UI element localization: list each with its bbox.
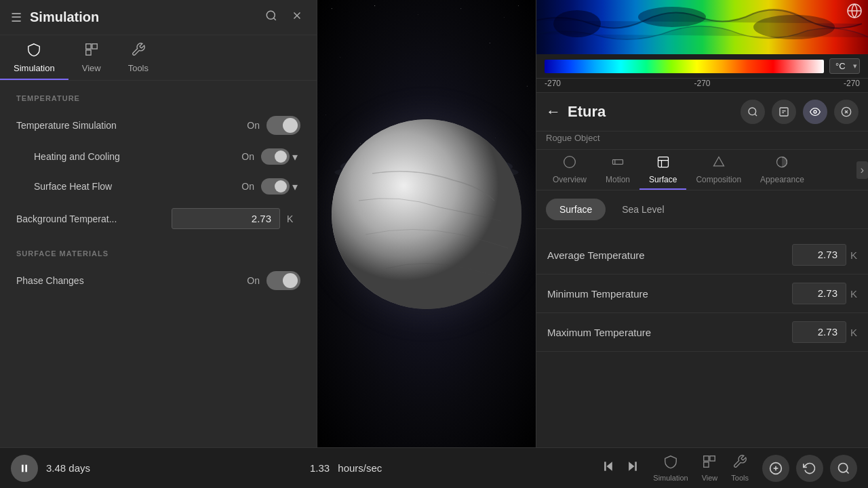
colorbar-max: -270: [844, 79, 860, 88]
search-icon[interactable]: [262, 7, 280, 28]
speed-value: 1.33: [310, 462, 330, 474]
nav-tabs: Simulation View Tools: [0, 35, 317, 81]
composition-tab-icon: [712, 155, 726, 172]
svg-point-17: [527, 86, 528, 87]
heating-cooling-toggle[interactable]: [261, 148, 290, 165]
search-object-button[interactable]: [741, 100, 765, 124]
bottom-nav-simulation[interactable]: Simulation: [653, 454, 688, 482]
left-panel: ☰ Simulation Simulation: [0, 0, 317, 447]
svg-point-27: [753, 15, 835, 39]
colorbar-min: -270: [545, 79, 561, 88]
svg-point-11: [460, 8, 461, 9]
play-pause-button[interactable]: [11, 455, 38, 482]
close-object-button[interactable]: [834, 100, 859, 124]
svg-rect-50: [704, 456, 709, 461]
rewind-button[interactable]: [601, 460, 615, 476]
speed-display: 1.33 hours/sec: [104, 462, 588, 474]
surface-materials-label: SURFACE MATERIALS: [0, 236, 317, 264]
tab-scroll-right[interactable]: ›: [856, 161, 868, 179]
svg-marker-48: [629, 462, 634, 470]
add-tool-button[interactable]: [762, 455, 789, 482]
tools-tab-icon: [131, 42, 146, 60]
object-tabs: Overview Motion Surface: [536, 150, 868, 190]
tab-composition[interactable]: Composition: [686, 150, 751, 190]
svg-point-15: [490, 43, 490, 43]
min-temp-unit: K: [850, 288, 857, 300]
bottom-nav: Simulation View Tools: [653, 454, 749, 482]
svg-rect-47: [604, 462, 606, 470]
bottom-nav-view[interactable]: View: [702, 454, 718, 482]
menu-icon[interactable]: ☰: [11, 10, 22, 25]
fast-forward-button[interactable]: [626, 460, 639, 476]
average-temp-row: Average Temperature 2.73 K: [536, 236, 868, 274]
info-button[interactable]: [772, 100, 796, 124]
transport-controls: [601, 460, 639, 476]
bottom-nav-tools[interactable]: Tools: [731, 454, 749, 482]
search-tool-button[interactable]: [830, 455, 857, 482]
average-temp-value: 2.73: [818, 249, 837, 260]
average-temp-label: Average Temperature: [547, 249, 792, 261]
svg-point-26: [638, 7, 706, 27]
svg-rect-41: [658, 157, 668, 167]
planet-surface: [332, 119, 521, 309]
tab-simulation[interactable]: Simulation: [0, 35, 68, 80]
background-temp-unit: K: [287, 214, 300, 224]
tab-overview[interactable]: Overview: [543, 150, 596, 190]
phase-changes-value: On: [247, 275, 260, 286]
temp-unit-select[interactable]: °C K °F: [829, 58, 860, 74]
svg-point-38: [564, 157, 576, 168]
max-temp-row: Maximum Temperature 2.73 K: [536, 313, 868, 352]
svg-rect-39: [613, 160, 623, 165]
colorbar-labels: -270 -270 -270: [536, 79, 868, 93]
sub-tab-sea-level[interactable]: Sea Level: [608, 199, 677, 220]
tab-view[interactable]: View: [68, 35, 115, 80]
back-button[interactable]: ←: [546, 103, 561, 121]
svg-marker-42: [713, 157, 724, 166]
svg-rect-51: [710, 456, 715, 461]
sub-tab-surface[interactable]: Surface: [546, 199, 606, 220]
svg-line-57: [846, 470, 849, 473]
svg-point-56: [839, 463, 848, 472]
rotate-tool-button[interactable]: [796, 455, 823, 482]
viewport[interactable]: [317, 0, 536, 447]
max-temp-value: 2.73: [818, 326, 837, 338]
average-temp-value-box: 2.73: [792, 244, 846, 266]
heating-cooling-value: On: [241, 151, 254, 162]
eye-button[interactable]: [803, 100, 827, 124]
object-type: Rogue Object: [546, 133, 600, 143]
svg-rect-31: [780, 108, 788, 116]
simulation-tab-icon: [26, 42, 41, 60]
object-type-row: Rogue Object: [536, 131, 868, 150]
tools-tab-label: Tools: [128, 63, 149, 73]
time-display: 3.48 days: [46, 462, 90, 474]
svg-point-34: [814, 110, 816, 113]
object-name: Etura: [568, 103, 734, 121]
min-temp-row: Minimum Temperature 2.73 K: [536, 274, 868, 313]
simulation-tab-label: Simulation: [14, 63, 55, 73]
surface-heat-flow-toggle[interactable]: [261, 178, 290, 195]
surface-heat-flow-chevron[interactable]: ▾: [290, 180, 300, 193]
heating-cooling-chevron[interactable]: ▾: [290, 150, 300, 163]
temperature-simulation-toggle[interactable]: [267, 116, 300, 135]
colorbar: [545, 60, 824, 73]
tab-appearance[interactable]: Appearance: [751, 150, 814, 190]
tab-tools[interactable]: Tools: [115, 35, 162, 80]
bottom-right-tools: [762, 455, 857, 482]
bottom-simulation-icon: [663, 454, 678, 472]
average-temp-unit: K: [850, 249, 857, 261]
tab-motion[interactable]: Motion: [596, 150, 639, 190]
temperature-section-label: TEMPERATURE: [0, 81, 317, 109]
svg-point-25: [553, 10, 601, 37]
heat-map: [536, 0, 868, 54]
background-temp-input[interactable]: [172, 208, 280, 229]
view-tab-label: View: [82, 63, 101, 73]
bottom-view-icon: [702, 454, 717, 472]
overview-tab-icon: [563, 155, 576, 172]
close-icon[interactable]: [288, 7, 306, 28]
svg-rect-49: [635, 462, 637, 470]
colorbar-row: °C K °F ▾: [536, 54, 868, 79]
phase-changes-toggle[interactable]: [267, 271, 300, 290]
max-temp-label: Maximum Temperature: [547, 327, 792, 338]
tab-surface[interactable]: Surface: [639, 150, 686, 190]
heat-map-svg: [536, 0, 868, 54]
